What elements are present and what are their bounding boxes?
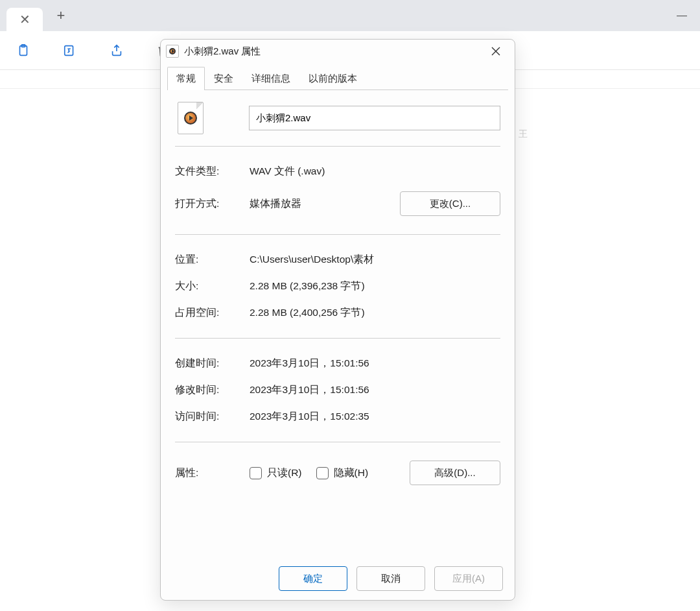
tab-previous-versions[interactable]: 以前的版本	[299, 67, 366, 90]
hidden-label: 隐藏(H)	[334, 466, 369, 480]
browser-tab[interactable]: ✕	[6, 8, 43, 31]
window-controls: —	[677, 10, 694, 21]
cancel-button[interactable]: 取消	[356, 566, 425, 591]
file-small-icon	[166, 45, 179, 58]
size-on-disk-value: 2.28 MB (2,400,256 字节)	[250, 306, 500, 320]
openwith-value: 媒体播放器	[250, 197, 400, 211]
dialog-title: 小刺猬2.wav 属性	[184, 45, 261, 58]
file-icon	[178, 102, 204, 134]
translate-icon[interactable]	[60, 40, 80, 61]
accessed-label: 访问时间:	[175, 410, 250, 424]
ok-button[interactable]: 确定	[279, 566, 347, 591]
attributes-label: 属性:	[175, 466, 250, 480]
filetype-value: WAV 文件 (.wav)	[250, 165, 500, 178]
browser-tabbar: ✕ + —	[0, 0, 700, 31]
tab-panel-general: 文件类型: WAV 文件 (.wav) 打开方式: 媒体播放器 更改(C)...…	[161, 90, 515, 557]
filetype-label: 文件类型:	[175, 165, 250, 178]
readonly-checkbox[interactable]: 只读(R)	[250, 466, 302, 480]
clipboard-icon[interactable]	[13, 40, 34, 61]
readonly-label: 只读(R)	[267, 466, 302, 480]
created-value: 2023年3月10日，15:01:56	[250, 357, 500, 370]
accessed-value: 2023年3月10日，15:02:35	[250, 410, 500, 424]
created-label: 创建时间:	[175, 357, 250, 370]
tabs: 常规 安全 详细信息 以前的版本	[161, 63, 515, 90]
size-label: 大小:	[175, 280, 250, 293]
close-button[interactable]	[482, 42, 509, 61]
minimize-icon[interactable]: —	[677, 10, 687, 21]
modified-value: 2023年3月10日，15:01:56	[250, 383, 500, 397]
new-tab-button[interactable]: +	[49, 4, 73, 27]
hidden-checkbox[interactable]: 隐藏(H)	[316, 466, 369, 480]
size-on-disk-label: 占用空间:	[175, 306, 250, 320]
share-icon[interactable]	[106, 40, 127, 61]
apply-button[interactable]: 应用(A)	[434, 566, 503, 591]
advanced-button[interactable]: 高级(D)...	[410, 461, 500, 485]
tab-general[interactable]: 常规	[167, 67, 205, 90]
properties-dialog: 小刺猬2.wav 属性 常规 安全 详细信息 以前的版本 文件类型: WAV 文…	[160, 39, 515, 601]
location-label: 位置:	[175, 253, 250, 267]
change-button[interactable]: 更改(C)...	[400, 191, 500, 216]
tab-security[interactable]: 安全	[205, 67, 242, 90]
modified-label: 修改时间:	[175, 383, 250, 397]
location-value: C:\Users\user\Desktop\素材	[250, 253, 500, 267]
dialog-titlebar: 小刺猬2.wav 属性	[161, 40, 515, 63]
filename-input[interactable]	[249, 106, 500, 130]
size-value: 2.28 MB (2,396,238 字节)	[250, 280, 500, 293]
openwith-label: 打开方式:	[175, 197, 250, 211]
dialog-footer: 确定 取消 应用(A)	[161, 557, 515, 600]
tab-details[interactable]: 详细信息	[242, 67, 299, 90]
bg-text: 王	[519, 128, 528, 140]
